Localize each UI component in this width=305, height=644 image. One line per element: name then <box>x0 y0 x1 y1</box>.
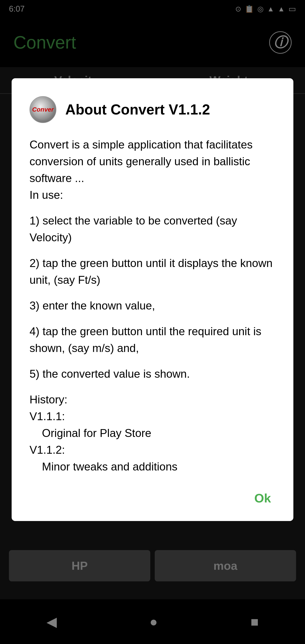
dialog-footer: Ok <box>30 488 276 508</box>
dialog-para-5: 4) tap the green button until the requir… <box>30 323 276 357</box>
dialog-para-3: 2) tap the green button until it display… <box>30 255 276 288</box>
dialog-backdrop: Conver About Convert V1.1.2 Convert is a… <box>0 0 305 644</box>
dialog-para-1: Convert is a simple application that fac… <box>30 136 276 204</box>
dialog-para-7: History:V1.1.1: Original for Play StoreV… <box>30 391 276 475</box>
ok-button[interactable]: Ok <box>250 488 276 508</box>
dialog-title: About Convert V1.1.2 <box>65 101 210 118</box>
app-icon-inner: Conver <box>33 99 54 120</box>
dialog-header: Conver About Convert V1.1.2 <box>30 96 276 123</box>
dialog-para-6: 5) the converted value is shown. <box>30 366 276 382</box>
app-icon: Conver <box>30 96 56 123</box>
dialog-para-4: 3) enter the known value, <box>30 298 276 314</box>
dialog-para-2: 1) select the variable to be converted (… <box>30 212 276 246</box>
app-icon-text: Conver <box>32 106 54 113</box>
about-dialog: Conver About Convert V1.1.2 Convert is a… <box>12 78 293 521</box>
dialog-body: Convert is a simple application that fac… <box>30 136 276 475</box>
